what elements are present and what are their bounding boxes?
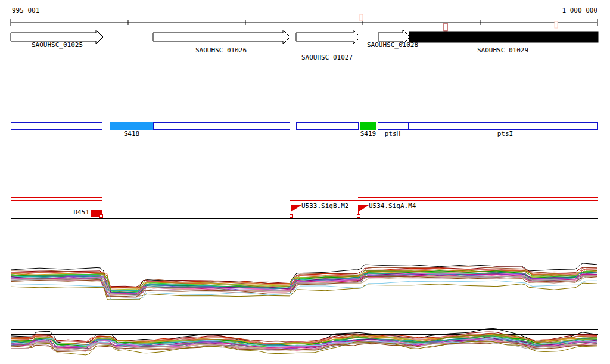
operon-box[interactable] bbox=[378, 123, 409, 130]
feature-anchor-square bbox=[290, 215, 293, 218]
gene-label: SAOUHSC_01028 bbox=[367, 42, 418, 49]
operon-box[interactable] bbox=[11, 123, 102, 130]
operon-label: S419 bbox=[360, 130, 376, 138]
position-marker[interactable] bbox=[360, 14, 363, 21]
ruler-end-label: 1 000 000 bbox=[562, 7, 597, 14]
expression-panel-upper[interactable] bbox=[11, 263, 598, 300]
genes-track bbox=[11, 30, 598, 44]
gene-label: SAOUHSC_01027 bbox=[301, 54, 353, 61]
gene-label: SAOUHSC_01029 bbox=[477, 47, 528, 54]
operon-box[interactable] bbox=[154, 123, 290, 130]
feature-flag-icon[interactable] bbox=[358, 205, 369, 212]
feature-label: U533.SigB.M2 bbox=[301, 203, 348, 210]
genome-browser-view: 995 0011 000 000SAOUHSC_01025SAOUHSC_010… bbox=[0, 0, 610, 364]
gene-rect[interactable] bbox=[409, 32, 598, 42]
srna-box[interactable] bbox=[110, 122, 153, 130]
gene-arrow[interactable] bbox=[296, 30, 360, 44]
srna-box[interactable] bbox=[360, 122, 376, 130]
expression-panel-lower[interactable] bbox=[11, 329, 598, 355]
operon-label: ptsH bbox=[385, 130, 401, 138]
operon-box[interactable] bbox=[409, 123, 598, 130]
ruler-start-label: 995 001 bbox=[12, 7, 39, 14]
feature-flag-icon[interactable] bbox=[291, 205, 301, 212]
feature-anchor-square bbox=[100, 215, 103, 218]
operon-label: ptsI bbox=[497, 130, 513, 138]
operon-box[interactable] bbox=[297, 123, 359, 130]
gene-arrow[interactable] bbox=[153, 30, 290, 44]
position-marker[interactable] bbox=[555, 21, 558, 28]
feature-label: U534.SigA.M4 bbox=[369, 203, 416, 210]
gene-label: SAOUHSC_01026 bbox=[195, 47, 247, 54]
feature-label: D451 bbox=[74, 209, 90, 216]
operon-label: S418 bbox=[124, 130, 140, 138]
gene-label: SAOUHSC_01025 bbox=[32, 42, 83, 49]
operon-track bbox=[11, 122, 598, 130]
feature-anchor-square bbox=[357, 215, 360, 218]
position-marker[interactable] bbox=[444, 23, 447, 31]
expression-series bbox=[11, 283, 597, 300]
ruler-track bbox=[11, 14, 597, 31]
